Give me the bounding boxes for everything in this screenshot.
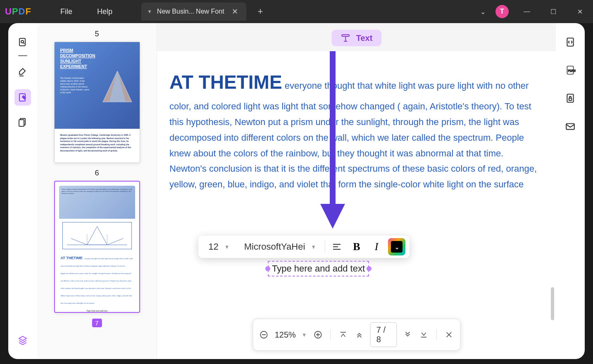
protect-tool[interactable] <box>562 90 579 106</box>
last-page-icon <box>419 331 428 339</box>
pages-icon <box>18 117 28 127</box>
chevrons-up-icon <box>355 331 363 339</box>
thumb-page-number: 6 <box>37 169 157 177</box>
first-page-button[interactable] <box>338 329 348 340</box>
doc-heading[interactable]: AT THETIME <box>169 71 282 93</box>
svg-rect-31 <box>569 98 572 100</box>
resize-handle-left[interactable] <box>265 266 270 271</box>
search-tool[interactable] <box>14 34 31 50</box>
prev-page-button[interactable] <box>354 329 364 340</box>
close-button[interactable]: ✕ <box>572 8 588 16</box>
right-toolbar: PDF/A <box>556 23 585 359</box>
italic-button[interactable]: I <box>368 239 385 255</box>
lock-page-icon <box>565 93 576 104</box>
pages-tool[interactable] <box>14 114 31 130</box>
chevron-down-icon: ⌄ <box>391 241 402 253</box>
resize-handle-right[interactable] <box>367 266 372 271</box>
doc-paragraph-2[interactable]: Newton's conclusion is that it is the di… <box>169 161 543 192</box>
separator <box>325 241 325 253</box>
svg-rect-4 <box>19 120 24 126</box>
thumb5-body: Newton graduated from Trinity College, C… <box>55 129 140 157</box>
scrollbar-thumb[interactable] <box>551 287 554 320</box>
menu-help[interactable]: Help <box>85 7 125 16</box>
thumb5-title: PRISM DECOMPOSITION SUNLIGHT EXPERIMENT <box>60 48 101 69</box>
edit-text-tool[interactable] <box>14 89 31 106</box>
separator <box>18 55 27 56</box>
share-tool[interactable] <box>562 118 579 135</box>
svg-line-10 <box>107 239 123 245</box>
text-icon <box>341 33 350 43</box>
svg-marker-8 <box>87 227 107 245</box>
current-page-badge: 7 <box>92 319 102 327</box>
thumb7-placeholder: Type here and add text <box>61 310 133 312</box>
thumbnail-page-5[interactable]: PRISM DECOMPOSITION SUNLIGHT EXPERIMENT … <box>54 42 140 163</box>
main-document-area: Text AT THETIME everyone thought that wh… <box>157 23 556 359</box>
first-page-icon <box>339 331 348 339</box>
tab-dropdown-icon[interactable]: ▼ <box>147 9 152 14</box>
svg-rect-0 <box>19 38 25 46</box>
bottom-navigation-bar: 125% ▼ 7 / 8 <box>252 319 460 351</box>
document-page[interactable]: AT THETIME everyone thought that white l… <box>157 51 556 359</box>
document-tab[interactable]: ▼ New Busin... New Font ✕ <box>141 2 246 21</box>
highlight-tool[interactable] <box>14 64 31 81</box>
bold-button[interactable]: B <box>348 239 365 255</box>
thumb7-diagram <box>62 222 132 249</box>
highlighter-icon <box>18 68 28 78</box>
thumb-page-number: 5 <box>37 30 157 38</box>
minimize-button[interactable]: — <box>519 8 535 15</box>
prism-icon <box>101 69 134 106</box>
layers-tool[interactable] <box>14 332 31 348</box>
maximize-button[interactable]: ☐ <box>545 8 562 16</box>
text-mode-button[interactable]: Text <box>331 30 382 46</box>
thumbnail-panel[interactable]: 5 PRISM DECOMPOSITION SUNLIGHT EXPERIMEN… <box>37 23 157 359</box>
svg-rect-32 <box>566 124 574 130</box>
font-family-value: MicrosoftYaHei <box>244 241 305 252</box>
titlebar: UPDF File Help ▼ New Busin... New Font ✕… <box>0 0 593 23</box>
zoom-level: 125% <box>275 330 296 340</box>
search-page-icon <box>18 37 28 47</box>
chevron-down-icon: ▼ <box>224 244 230 250</box>
new-tab-button[interactable]: + <box>258 6 263 17</box>
layers-icon <box>18 335 28 345</box>
last-page-button[interactable] <box>419 329 429 340</box>
pdfa-tool[interactable]: PDF/A <box>562 62 579 78</box>
tab-close-icon[interactable]: ✕ <box>229 7 241 16</box>
user-avatar[interactable]: T <box>495 5 509 18</box>
next-page-button[interactable] <box>402 329 413 340</box>
thumbnail-page-7[interactable]: These studies laid the foundation for th… <box>54 181 140 313</box>
zoom-out-button[interactable] <box>259 329 269 340</box>
text-color-button[interactable]: ⌄ <box>388 238 405 255</box>
app-logo: UPDF <box>5 6 31 17</box>
font-size-dropdown[interactable]: 12 ▼ <box>202 241 236 252</box>
zoom-dropdown-icon[interactable]: ▼ <box>302 332 307 338</box>
convert-icon <box>565 37 576 47</box>
chevron-down-icon: ▼ <box>311 244 316 250</box>
svg-rect-13 <box>342 35 349 36</box>
plus-circle-icon <box>313 330 322 339</box>
convert-tool[interactable] <box>562 34 579 50</box>
zoom-in-button[interactable] <box>313 329 323 340</box>
pdfa-icon: PDF/A <box>565 65 576 76</box>
text-mode-label: Text <box>356 33 373 43</box>
workspace: 5 PRISM DECOMPOSITION SUNLIGHT EXPERIMEN… <box>8 23 585 359</box>
separator <box>330 329 331 340</box>
font-size-value: 12 <box>208 241 218 252</box>
page-number-input[interactable]: 7 / 8 <box>370 322 397 347</box>
left-toolbar <box>8 23 37 359</box>
thumb7-top-text: These studies laid the foundation for th… <box>62 188 133 195</box>
close-bar-button[interactable] <box>444 329 454 340</box>
edit-page-icon <box>18 92 28 102</box>
minus-circle-icon <box>259 330 268 339</box>
svg-text:PDF/A: PDF/A <box>568 69 576 72</box>
svg-marker-14 <box>320 204 345 229</box>
envelope-icon <box>565 121 576 132</box>
font-family-dropdown[interactable]: MicrosoftYaHei ▼ <box>239 241 322 252</box>
text-formatting-toolbar: 12 ▼ MicrosoftYaHei ▼ B I ⌄ <box>198 236 410 258</box>
menu-file[interactable]: File <box>48 7 85 16</box>
chevron-down-icon[interactable]: ⌄ <box>480 8 486 16</box>
text-insert-placeholder: Type here and add text <box>272 263 365 274</box>
close-icon <box>445 331 453 339</box>
svg-line-9 <box>71 239 87 245</box>
align-button[interactable] <box>329 239 345 255</box>
text-insert-field[interactable]: Type here and add text <box>268 261 369 277</box>
